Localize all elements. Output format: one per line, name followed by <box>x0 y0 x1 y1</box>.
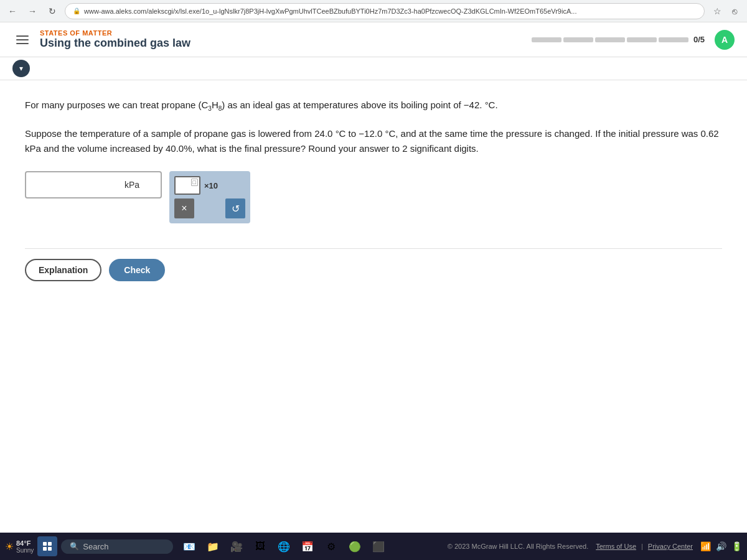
browser-actions: ☆ ⎋ <box>710 4 742 19</box>
taskbar-calendar-icon[interactable]: 📅 <box>298 536 317 556</box>
sci-notation-bottom: × ↺ <box>174 198 245 218</box>
sci-notation-box: □ <box>174 176 200 195</box>
weather-temp: 84°F <box>16 539 34 547</box>
taskbar-right: © 2023 McGraw Hill LLC. All Rights Reser… <box>448 541 742 551</box>
taskbar-sys-icons: 📶 🔊 🔋 <box>700 541 742 551</box>
hamburger-line-3 <box>16 43 29 44</box>
forward-button[interactable]: → <box>25 4 40 19</box>
lock-icon: 🔒 <box>73 7 80 14</box>
volume-icon[interactable]: 🔊 <box>716 541 726 551</box>
unit-label: kPa <box>125 180 139 190</box>
footer-links: Terms of Use | Privacy Center <box>596 543 693 550</box>
sci-undo-button[interactable]: ↺ <box>225 198 245 218</box>
url-bar[interactable]: 🔒 www-awa.aleks.com/alekscgi/x/lsl.exe/1… <box>65 3 705 19</box>
header-left: STATES OF MATTER Using the combined gas … <box>12 29 190 50</box>
battery-icon[interactable]: 🔋 <box>731 541 742 551</box>
chevron-down-button[interactable]: ▾ <box>12 60 30 77</box>
refresh-button[interactable]: ↻ <box>45 4 60 19</box>
hamburger-menu-button[interactable] <box>12 30 32 50</box>
sci-box-superscript: □ <box>191 179 198 186</box>
avatar: A <box>715 30 735 50</box>
score-segment-3 <box>595 37 625 42</box>
sci-clear-button[interactable]: × <box>174 198 194 218</box>
share-button[interactable]: ⎋ <box>727 4 742 19</box>
answer-input-box[interactable]: kPa <box>25 171 162 198</box>
taskbar-search-label: Search <box>83 542 108 551</box>
score-segment-4 <box>627 37 657 42</box>
weather-info: 84°F Sunny <box>16 539 34 554</box>
privacy-center-link[interactable]: Privacy Center <box>648 543 693 550</box>
score-segment-5 <box>659 37 688 42</box>
score-bar-container: 0/5 <box>532 35 705 44</box>
sci-notation-top: □ ×10 <box>174 176 245 195</box>
chevron-down-icon: ▾ <box>19 64 23 73</box>
taskbar: ☀ 84°F Sunny 🔍 Search 📧 📁 🎥 🖼 🌐 📅 ⚙ 🟢 ⬛ … <box>0 533 747 560</box>
grid-cell-3 <box>43 547 47 551</box>
hamburger-line-1 <box>16 35 29 37</box>
answer-row: kPa □ ×10 × ↺ <box>25 171 722 223</box>
taskbar-weather: ☀ 84°F Sunny <box>5 539 34 554</box>
problem-intro: For many purposes we can treat propane (… <box>25 98 722 114</box>
taskbar-chrome-icon[interactable]: 🟢 <box>345 536 365 556</box>
star-button[interactable]: ☆ <box>710 4 725 19</box>
taskbar-search[interactable]: 🔍 Search <box>61 539 173 554</box>
bottom-buttons: Explanation Check <box>25 248 722 281</box>
check-button[interactable]: Check <box>109 259 165 281</box>
grid-cell-2 <box>48 542 52 546</box>
taskbar-apps-icon[interactable]: ⬛ <box>369 536 388 556</box>
taskbar-video-icon[interactable]: 🎥 <box>227 536 247 556</box>
terms-of-use-link[interactable]: Terms of Use <box>596 543 636 550</box>
taskbar-email-icon[interactable]: 📧 <box>179 536 199 556</box>
score-segments <box>532 37 688 42</box>
url-text: www-awa.aleks.com/alekscgi/x/lsl.exe/1o_… <box>84 7 576 15</box>
score-segment-1 <box>532 37 561 42</box>
header-title: Using the combined gas law <box>40 37 190 50</box>
start-grid-icon <box>43 542 52 551</box>
wifi-icon[interactable]: 📶 <box>700 541 711 551</box>
explanation-button[interactable]: Explanation <box>25 259 101 281</box>
chevron-row: ▾ <box>0 57 747 80</box>
taskbar-files-icon[interactable]: 📁 <box>203 536 223 556</box>
footer-separator: | <box>641 543 643 550</box>
taskbar-browser-icon[interactable]: 🌐 <box>274 536 294 556</box>
taskbar-app-icons: 📧 📁 🎥 🖼 🌐 📅 ⚙ 🟢 ⬛ <box>179 536 388 556</box>
weather-sun-icon: ☀ <box>5 541 14 553</box>
header-right: 0/5 A <box>532 30 735 50</box>
taskbar-photos-icon[interactable]: 🖼 <box>250 536 270 556</box>
page-header: STATES OF MATTER Using the combined gas … <box>0 22 747 57</box>
search-icon: 🔍 <box>70 542 79 551</box>
start-button[interactable] <box>37 536 57 556</box>
header-subtitle: STATES OF MATTER <box>40 29 190 37</box>
copyright-text: © 2023 McGraw Hill LLC. All Rights Reser… <box>448 543 588 550</box>
taskbar-settings-icon[interactable]: ⚙ <box>321 536 341 556</box>
grid-cell-4 <box>48 547 52 551</box>
grid-cell-1 <box>43 542 47 546</box>
score-segment-2 <box>563 37 593 42</box>
sci-notation-panel: □ ×10 × ↺ <box>169 171 250 223</box>
browser-toolbar: ← → ↻ 🔒 www-awa.aleks.com/alekscgi/x/lsl… <box>0 0 747 22</box>
problem-question: Suppose the temperature of a sample of p… <box>25 126 722 156</box>
back-button[interactable]: ← <box>5 4 20 19</box>
x10-label: ×10 <box>204 181 218 190</box>
answer-input[interactable] <box>34 180 121 190</box>
header-title-section: STATES OF MATTER Using the combined gas … <box>40 29 190 50</box>
hamburger-line-2 <box>16 39 29 40</box>
problem-area: For many purposes we can treat propane (… <box>0 80 747 533</box>
main-content: STATES OF MATTER Using the combined gas … <box>0 22 747 533</box>
weather-desc: Sunny <box>16 547 34 554</box>
score-label: 0/5 <box>693 35 705 44</box>
